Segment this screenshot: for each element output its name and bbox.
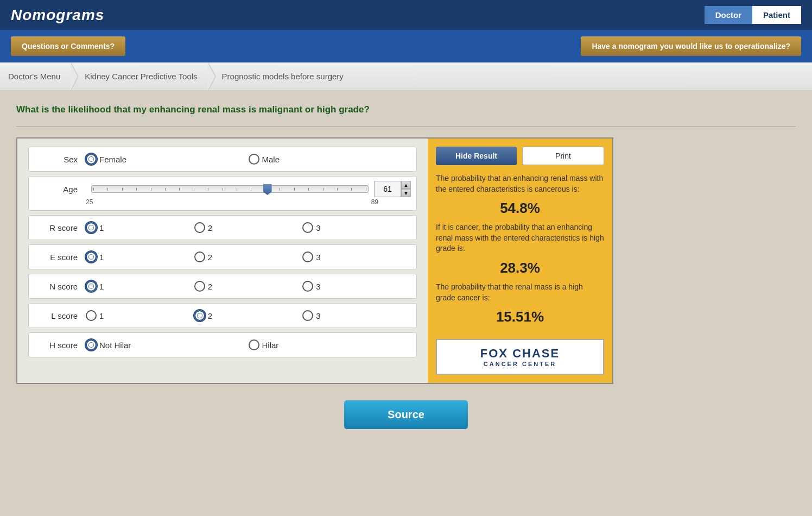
escore-options: 1 2 3 <box>86 251 411 262</box>
age-row: Age <box>28 176 417 211</box>
hide-result-button[interactable]: Hide Result <box>436 147 517 165</box>
lscore-label: L score <box>34 311 78 320</box>
sex-male-radio[interactable] <box>249 154 259 165</box>
escore-3-option[interactable]: 3 <box>302 251 411 262</box>
escore-label: E score <box>34 253 78 262</box>
main-content: What is the likelihood that my enhancing… <box>0 91 812 443</box>
escore-2-radio[interactable] <box>194 251 205 262</box>
age-header: Age <box>34 181 411 197</box>
nscore-2-radio[interactable] <box>194 281 205 292</box>
rscore-1-option[interactable]: 1 <box>86 222 194 233</box>
age-label: Age <box>34 185 78 194</box>
fox-chase-logo: FOX CHASE CANCER CENTER <box>436 339 604 375</box>
rscore-2-label: 2 <box>208 223 212 232</box>
nscore-3-option[interactable]: 3 <box>302 281 411 292</box>
rscore-1-radio[interactable] <box>86 222 97 233</box>
age-max-label: 89 <box>371 198 378 206</box>
nscore-options: 1 2 3 <box>86 281 411 292</box>
nscore-label: N score <box>34 282 78 291</box>
escore-3-label: 3 <box>316 253 320 262</box>
hscore-nothilar-radio[interactable] <box>86 339 97 350</box>
fox-chase-line2: CANCER CENTER <box>448 361 592 367</box>
hscore-hilar-option[interactable]: Hilar <box>249 339 411 350</box>
escore-row: E score 1 2 3 <box>28 244 417 269</box>
main-question: What is the likelihood that my enhancing… <box>16 104 796 115</box>
result-percent-2: 28.3% <box>500 260 540 276</box>
print-button[interactable]: Print <box>522 147 604 165</box>
tool-container: Sex Female Male Age <box>16 137 613 384</box>
escore-1-radio[interactable] <box>86 251 97 262</box>
sex-female-option[interactable]: Female <box>86 154 249 165</box>
sex-label: Sex <box>34 155 78 164</box>
lscore-2-option[interactable]: 2 <box>194 310 303 321</box>
sex-options: Female Male <box>86 154 411 165</box>
rscore-3-label: 3 <box>316 223 320 232</box>
nscore-2-label: 2 <box>208 282 212 291</box>
rscore-2-radio[interactable] <box>194 222 205 233</box>
hscore-hilar-radio[interactable] <box>249 339 259 350</box>
lscore-row: L score 1 2 3 <box>28 303 417 328</box>
breadcrumb-item-doctors-menu[interactable]: Doctor's Menu <box>0 62 71 90</box>
rscore-3-radio[interactable] <box>302 222 313 233</box>
banner: Questions or Comments? Have a nomogram y… <box>0 30 812 62</box>
sex-male-label: Male <box>262 155 280 164</box>
age-slider-track[interactable] <box>91 185 369 193</box>
source-button[interactable]: Source <box>344 400 468 429</box>
escore-2-option[interactable]: 2 <box>194 251 303 262</box>
age-input-container: ▲ ▼ <box>374 181 411 197</box>
questions-button[interactable]: Questions or Comments? <box>11 36 125 56</box>
hscore-hilar-label: Hilar <box>262 341 279 350</box>
nscore-row: N score 1 2 3 <box>28 274 417 299</box>
lscore-3-radio[interactable] <box>302 310 313 321</box>
escore-3-radio[interactable] <box>302 251 313 262</box>
logo: Nomograms <box>11 7 104 24</box>
hscore-nothilar-label: Not Hilar <box>99 341 131 350</box>
sex-row: Sex Female Male <box>28 147 417 172</box>
result-percent-1: 54.8% <box>500 200 540 217</box>
result-percent-3: 15.51% <box>496 309 544 325</box>
divider <box>16 126 796 127</box>
age-slider-thumb[interactable] <box>263 184 272 195</box>
lscore-1-label: 1 <box>99 311 104 320</box>
lscore-options: 1 2 3 <box>86 310 411 321</box>
escore-1-option[interactable]: 1 <box>86 251 194 262</box>
fox-chase-line1: FOX CHASE <box>448 347 592 361</box>
age-labels: 25 89 <box>34 198 411 206</box>
sex-male-option[interactable]: Male <box>249 154 411 165</box>
hscore-nothilar-option[interactable]: Not Hilar <box>86 339 249 350</box>
nscore-2-option[interactable]: 2 <box>194 281 303 292</box>
rscore-1-label: 1 <box>99 223 104 232</box>
nscore-1-radio[interactable] <box>86 281 97 292</box>
sex-female-radio[interactable] <box>86 154 97 165</box>
nscore-3-label: 3 <box>316 282 320 291</box>
nscore-1-label: 1 <box>99 282 104 291</box>
right-panel: Hide Result Print The probability that a… <box>428 139 612 383</box>
hscore-label: H score <box>34 341 78 350</box>
lscore-3-option[interactable]: 3 <box>302 310 411 321</box>
age-slider-container <box>91 185 369 193</box>
lscore-1-option[interactable]: 1 <box>86 310 194 321</box>
breadcrumb: Doctor's Menu Kidney Cancer Predictive T… <box>0 62 812 91</box>
rscore-label: R score <box>34 223 78 232</box>
rscore-2-option[interactable]: 2 <box>194 222 303 233</box>
age-down-button[interactable]: ▼ <box>401 189 411 197</box>
doctor-button[interactable]: Doctor <box>705 6 752 24</box>
age-up-button[interactable]: ▲ <box>401 181 411 189</box>
result-text-3: The probability that the renal mass is a… <box>436 282 604 303</box>
rscore-3-option[interactable]: 3 <box>302 222 411 233</box>
age-input[interactable] <box>374 181 401 197</box>
lscore-2-radio[interactable] <box>194 310 205 321</box>
nomogram-button[interactable]: Have a nomogram you would like us to ope… <box>581 36 801 56</box>
breadcrumb-item-prognostic[interactable]: Prognostic models before surgery <box>208 62 354 90</box>
patient-button[interactable]: Patient <box>752 6 801 24</box>
breadcrumb-item-kidney-cancer[interactable]: Kidney Cancer Predictive Tools <box>71 62 208 90</box>
age-stepper: ▲ ▼ <box>401 181 411 197</box>
lscore-1-radio[interactable] <box>86 310 97 321</box>
hscore-options: Not Hilar Hilar <box>86 339 411 350</box>
age-min-label: 25 <box>86 198 93 206</box>
nscore-3-radio[interactable] <box>302 281 313 292</box>
lscore-2-label: 2 <box>208 311 212 320</box>
lscore-3-label: 3 <box>316 311 320 320</box>
nscore-1-option[interactable]: 1 <box>86 281 194 292</box>
escore-2-label: 2 <box>208 253 212 262</box>
